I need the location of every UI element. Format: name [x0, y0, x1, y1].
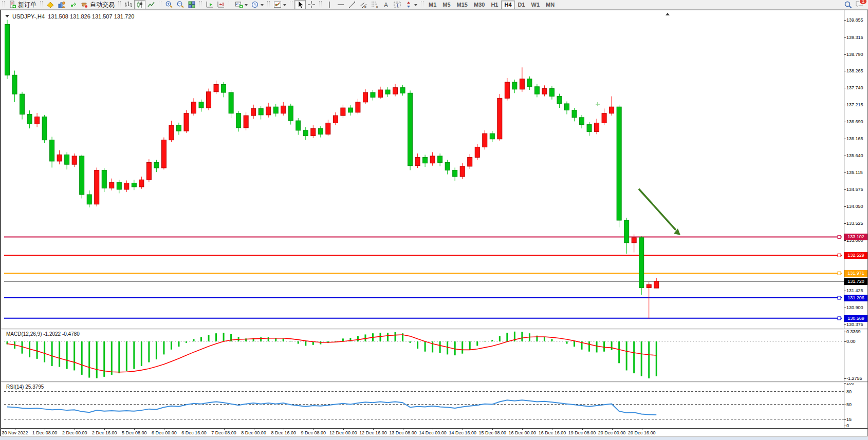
timeframe-button-h1[interactable]: H1 — [488, 1, 501, 9]
timeframe-button-m15[interactable]: M15 — [454, 1, 471, 9]
rsi-indicator-label: RSI(14) 25.3795 — [6, 384, 44, 390]
market-watch-button[interactable] — [56, 0, 67, 9]
text-label-button[interactable]: T — [392, 0, 403, 9]
axis-tick-mark — [844, 308, 846, 308]
time-tick-label: 15 Dec 08:00 — [478, 430, 506, 435]
axis-tick-mark — [844, 378, 846, 379]
candle-body — [587, 125, 592, 132]
fibonacci-button[interactable]: F — [369, 0, 380, 9]
axis-tick-mark — [844, 324, 846, 325]
timeframe-button-m5[interactable]: M5 — [439, 1, 453, 9]
zoom-in-button[interactable] — [163, 0, 175, 9]
zoom-out-icon — [176, 1, 184, 9]
macd-pane[interactable] — [4, 330, 844, 381]
price-tick-label: 130.900 — [846, 305, 863, 310]
autotrading-button[interactable]: 自动交易 — [79, 0, 116, 9]
axis-tick-mark — [844, 88, 846, 88]
timeframe-button-m1[interactable]: M1 — [426, 1, 439, 9]
chart-end-marker-icon — [666, 13, 670, 15]
crosshair-button[interactable] — [306, 0, 317, 9]
candle-body — [117, 182, 121, 189]
price-tick-label: 80 — [846, 389, 852, 394]
level-line-handle[interactable] — [838, 272, 841, 275]
pane-separator-macd[interactable] — [1, 329, 867, 330]
metaeditor-button[interactable] — [45, 0, 56, 9]
pane-separator-rsi[interactable] — [1, 381, 867, 383]
time-tick-label: 7 Dec 08:00 — [211, 430, 236, 435]
annotation-arrow[interactable] — [639, 189, 676, 230]
candle-body — [505, 82, 509, 98]
timeframe-button-d1[interactable]: D1 — [515, 1, 528, 9]
rsi-pane[interactable] — [4, 383, 844, 428]
horizontal-line-button[interactable] — [335, 0, 346, 9]
level-line-handle[interactable] — [838, 317, 841, 320]
vertical-line-button[interactable] — [324, 0, 335, 9]
trendline-icon — [348, 1, 356, 9]
status-strip — [0, 437, 868, 440]
chevron-down-icon — [261, 4, 264, 8]
svg-text:T: T — [396, 3, 399, 8]
axis-tick-mark — [844, 139, 846, 139]
candle-body — [617, 107, 621, 220]
new-order-button[interactable]: 新订单 — [7, 0, 38, 9]
periods-button[interactable] — [249, 0, 265, 9]
signals-button[interactable] — [67, 0, 79, 9]
bar-chart-button[interactable] — [123, 0, 134, 9]
candle-body — [229, 92, 233, 113]
indicators-button[interactable] — [272, 0, 288, 9]
candle-body — [146, 162, 151, 180]
timeframe-button-m30[interactable]: M30 — [471, 1, 488, 9]
candle-body — [475, 147, 479, 157]
candle-body — [281, 106, 286, 113]
candle-body — [27, 114, 32, 124]
level-line-handle[interactable] — [838, 235, 841, 238]
zoom-out-button[interactable] — [175, 0, 186, 9]
level-line-handle[interactable] — [838, 296, 841, 299]
price-tick-label: 138.790 — [846, 52, 863, 57]
line-chart-button[interactable] — [145, 0, 157, 9]
trendline-button[interactable] — [346, 0, 358, 9]
time-tick-label: 6 Dec 00:00 — [152, 430, 177, 435]
search-button[interactable] — [842, 0, 854, 9]
candle-body — [161, 140, 166, 168]
candle-body — [378, 90, 383, 97]
time-tick-label: 13 Dec 08:00 — [389, 430, 417, 435]
chart-title: USDJPY-,H4 131.508 131.826 131.507 131.7… — [5, 13, 134, 20]
candle-body — [154, 162, 159, 168]
candlestick-chart-button[interactable] — [134, 0, 145, 9]
candle-body — [393, 88, 398, 94]
timeframe-button-h4[interactable]: H4 — [501, 1, 514, 9]
chart-shift-button[interactable] — [215, 0, 227, 9]
main-price-pane[interactable] — [4, 11, 844, 329]
time-tick-label: 12 Dec 00:00 — [329, 430, 357, 435]
tile-windows-button[interactable] — [186, 0, 197, 9]
auto-scroll-button[interactable] — [204, 0, 215, 9]
price-level-badge: 131.206 — [844, 295, 867, 301]
vertical-line-icon — [325, 1, 334, 9]
time-tick-label: 14 Dec 16:00 — [449, 430, 476, 435]
candle-body — [109, 182, 114, 188]
level-line-handle[interactable] — [838, 254, 841, 257]
crosshair-icon — [307, 1, 316, 9]
cursor-button[interactable] — [294, 0, 306, 9]
candle-body — [12, 75, 17, 94]
text-button[interactable]: A — [380, 0, 392, 9]
axis-tick-mark — [844, 105, 846, 105]
axis-tick-mark — [844, 291, 846, 291]
candle-body — [132, 183, 136, 187]
time-tick-label: 16 Dec 00:00 — [509, 430, 537, 435]
new-chart-button[interactable] — [233, 0, 249, 9]
timeframe-button-w1[interactable]: W1 — [528, 1, 543, 9]
svg-text:A: A — [384, 2, 388, 9]
candle-body — [169, 125, 174, 140]
chart-dropdown-icon[interactable] — [5, 15, 9, 20]
equidistant-channel-button[interactable]: E — [358, 0, 369, 9]
time-tick-label: 2 Dec 16:00 — [92, 430, 117, 435]
axis-tick-mark — [844, 341, 846, 342]
arrows-button[interactable] — [403, 0, 419, 9]
candle-body — [258, 108, 263, 115]
timeframe-button-mn[interactable]: MN — [543, 1, 558, 9]
candle-body — [460, 166, 465, 177]
candle-body — [5, 24, 10, 75]
plus-marker-icon[interactable] — [596, 102, 600, 106]
